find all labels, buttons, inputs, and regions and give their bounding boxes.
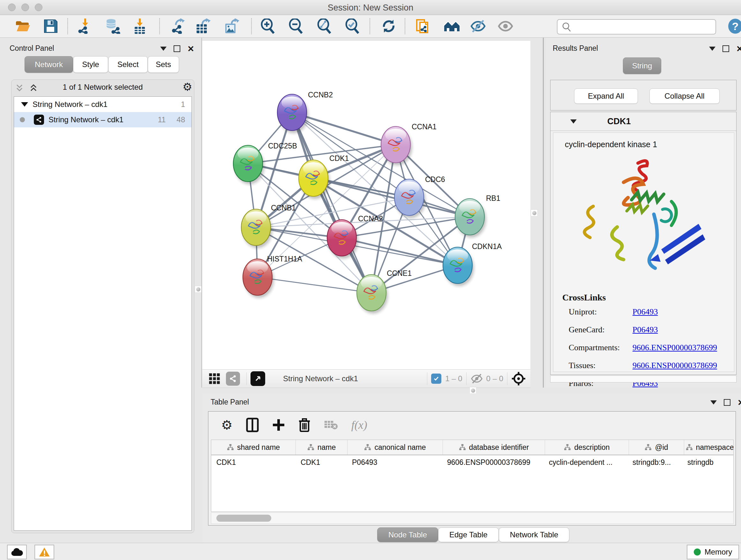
node-CCNB2[interactable] <box>277 94 308 133</box>
node-CDKN1A[interactable] <box>443 247 474 286</box>
show-columns-icon[interactable] <box>246 418 259 432</box>
panel-close-icon[interactable]: ✕ <box>738 399 741 406</box>
table-cell[interactable]: stringdb:9... <box>627 455 682 469</box>
panel-collapse-icon[interactable] <box>160 47 166 51</box>
column-header-canonical-name[interactable]: canonical name <box>347 440 443 455</box>
export-table-button[interactable] <box>194 17 212 35</box>
cloud-status-button[interactable] <box>7 545 27 559</box>
disclosure-triangle-icon[interactable] <box>21 102 28 107</box>
function-builder-icon[interactable]: f(x) <box>351 418 367 432</box>
table-hscroll-thumb[interactable] <box>216 515 271 522</box>
crosslink-link[interactable]: P06493 <box>632 325 658 334</box>
column-header-namespace[interactable]: namespace <box>684 440 734 455</box>
hidden-eye-slash-icon[interactable] <box>470 373 483 384</box>
export-network-file-button[interactable] <box>170 17 187 35</box>
panel-float-icon[interactable] <box>174 45 180 52</box>
edge-CCNB2-CCNE1[interactable] <box>292 112 372 293</box>
crosslink-link[interactable]: 9606.ENSP00000378699 <box>632 361 717 370</box>
edge-HIST1H1A-CCNE1[interactable] <box>258 277 372 293</box>
open-in-window-icon[interactable] <box>251 371 265 386</box>
node-CCNE1[interactable] <box>357 274 388 314</box>
node-CDC6[interactable] <box>394 179 425 218</box>
table-settings-gear-icon[interactable]: ⚙ <box>221 420 232 430</box>
add-column-icon[interactable] <box>272 419 285 431</box>
column-header-database-identifier[interactable]: database identifier <box>443 440 545 455</box>
node-HIST1H1A[interactable] <box>243 259 274 298</box>
open-session-button[interactable] <box>14 17 32 35</box>
panel-float-icon[interactable] <box>724 399 731 406</box>
panel-collapse-icon[interactable] <box>709 47 716 51</box>
tab-string[interactable]: String <box>623 57 661 74</box>
warnings-button[interactable] <box>35 545 54 559</box>
panel-close-icon[interactable]: ✕ <box>187 46 194 52</box>
selected-checkbox-icon[interactable] <box>431 374 441 384</box>
node-CCNA2[interactable] <box>327 220 358 259</box>
new-network-from-selection-button[interactable] <box>414 17 432 35</box>
import-table-button[interactable] <box>131 17 149 35</box>
network-panel-gear-icon[interactable]: ⚙ <box>183 81 192 92</box>
collapse-all-button[interactable]: Collapse All <box>650 88 720 104</box>
table-cell[interactable]: CDK1 <box>211 455 295 469</box>
network-row[interactable]: String Network – cdk1 11 48 <box>14 112 192 127</box>
help-button[interactable]: ? <box>728 18 741 34</box>
results-scroll-track[interactable] <box>550 375 737 382</box>
network-icon-badge[interactable] <box>226 372 240 386</box>
save-session-button[interactable] <box>42 17 60 35</box>
tab-edge-table[interactable]: Edge Table <box>438 527 499 542</box>
node-CCNB1[interactable] <box>241 209 272 248</box>
right-splitter-handle[interactable] <box>531 209 538 216</box>
column-header-shared-name[interactable]: shared name <box>211 440 296 455</box>
search-input[interactable] <box>575 22 716 32</box>
tab-sets[interactable]: Sets <box>148 56 179 73</box>
node-CCNA1[interactable] <box>381 126 412 165</box>
protein-header-row[interactable]: CDK1 <box>550 112 736 131</box>
disclosure-triangle-icon[interactable] <box>570 119 577 124</box>
bottom-splitter-handle[interactable] <box>469 387 476 394</box>
tab-select[interactable]: Select <box>108 56 148 73</box>
zoom-fit-button[interactable] <box>316 17 333 35</box>
tab-style[interactable]: Style <box>73 56 108 73</box>
table-cell[interactable]: 9606.ENSP00000378699 <box>442 455 544 469</box>
panel-float-icon[interactable] <box>723 45 729 52</box>
birds-eye-view-icon[interactable] <box>511 371 526 386</box>
table-cell[interactable]: cyclin-dependent ... <box>544 455 627 469</box>
node-RB1[interactable] <box>455 199 486 238</box>
tab-network-table[interactable]: Network Table <box>499 527 569 542</box>
node-CDK1[interactable] <box>299 160 330 199</box>
delete-column-icon[interactable] <box>298 418 311 432</box>
hide-selected-button[interactable] <box>469 17 487 35</box>
delete-table-icon[interactable] <box>324 420 338 430</box>
zoom-out-button[interactable] <box>287 17 305 35</box>
first-neighbors-button[interactable] <box>443 17 461 35</box>
panel-close-icon[interactable]: ✕ <box>736 46 741 52</box>
network-collection-row[interactable]: String Network – cdk1 1 <box>14 97 192 112</box>
memory-button[interactable]: Memory <box>687 545 739 559</box>
import-network-database-button[interactable] <box>104 17 122 35</box>
table-row[interactable]: CDK1CDK1P064939606.ENSP00000378699cyclin… <box>211 455 733 469</box>
table-hscrollbar[interactable] <box>211 512 734 524</box>
zoom-in-button[interactable] <box>259 17 277 35</box>
left-splitter-handle[interactable] <box>195 286 202 293</box>
show-all-button[interactable] <box>496 17 515 35</box>
column-header--id[interactable]: @id <box>629 440 684 455</box>
tab-node-table[interactable]: Node Table <box>377 527 438 542</box>
network-canvas[interactable]: CCNB2CCNA1CDC25BCDK1CDC6RB1CCNB1CCNA2CDK… <box>202 41 530 369</box>
refresh-view-button[interactable] <box>380 17 398 35</box>
import-network-file-button[interactable] <box>76 17 94 35</box>
import-network-icon <box>77 18 93 34</box>
expand-all-button[interactable]: Expand All <box>574 88 638 104</box>
table-cell[interactable]: P06493 <box>347 455 442 469</box>
grid-view-icon[interactable] <box>208 372 221 385</box>
tab-network[interactable]: Network <box>24 56 73 73</box>
crosslink-link[interactable]: P06493 <box>632 307 658 317</box>
panel-collapse-icon[interactable] <box>711 400 717 405</box>
column-header-name[interactable]: name <box>296 440 347 455</box>
edge-CCNA2-CDKN1A[interactable] <box>342 238 458 265</box>
zoom-selected-button[interactable] <box>344 17 361 35</box>
column-header-description[interactable]: description <box>545 440 629 455</box>
node-CDC25B[interactable] <box>233 145 264 184</box>
table-cell[interactable]: stringdb <box>682 455 733 469</box>
table-cell[interactable]: CDK1 <box>295 455 347 469</box>
export-image-button[interactable] <box>223 17 241 35</box>
crosslink-link[interactable]: 9606.ENSP00000378699 <box>632 343 717 353</box>
